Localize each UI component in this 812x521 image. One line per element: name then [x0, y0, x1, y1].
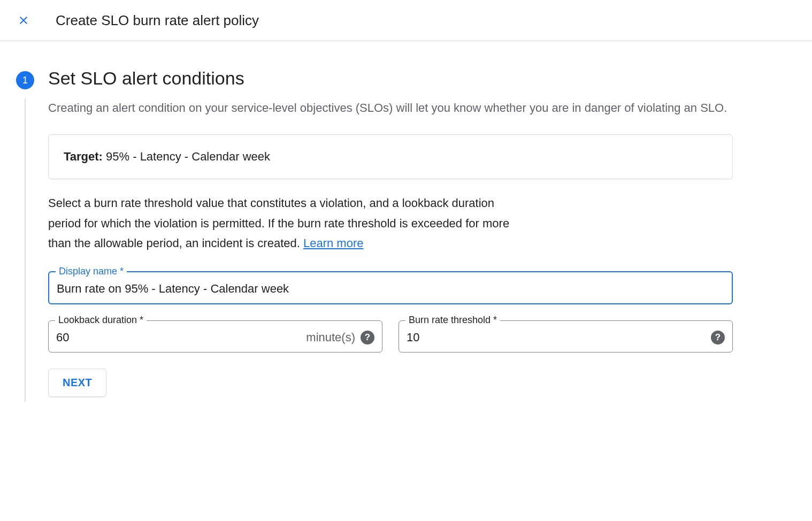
lookback-suffix: minute(s): [306, 331, 355, 344]
target-card: Target: 95% - Latency - Calendar week: [48, 134, 733, 179]
lookback-field-wrapper[interactable]: Lookback duration * minute(s) ?: [48, 320, 382, 353]
lookback-label: Lookback duration *: [55, 315, 147, 326]
help-icon[interactable]: ?: [711, 331, 725, 344]
display-name-field-wrapper[interactable]: Display name *: [48, 271, 733, 304]
target-value: 95% - Latency - Calendar week: [103, 150, 270, 163]
page-title: Create SLO burn rate alert policy: [56, 12, 259, 29]
learn-more-link[interactable]: Learn more: [303, 236, 364, 250]
threshold-input[interactable]: [407, 331, 706, 344]
step-number-badge: 1: [16, 71, 34, 89]
threshold-field-wrapper[interactable]: Burn rate threshold * ?: [399, 320, 733, 353]
step-connector-line: [25, 98, 26, 402]
close-button[interactable]: [13, 10, 34, 31]
threshold-label: Burn rate threshold *: [405, 315, 500, 326]
lookback-input[interactable]: [56, 331, 301, 344]
help-icon[interactable]: ?: [361, 331, 374, 344]
instruction-text: Select a burn rate threshold value that …: [48, 193, 530, 253]
display-name-label: Display name *: [56, 266, 127, 277]
next-button[interactable]: NEXT: [48, 369, 106, 397]
step-title: Set SLO alert conditions: [48, 68, 733, 89]
close-icon: [17, 14, 30, 27]
step-description: Creating an alert condition on your serv…: [48, 98, 733, 117]
target-label: Target:: [64, 150, 103, 163]
display-name-input[interactable]: [57, 282, 724, 296]
